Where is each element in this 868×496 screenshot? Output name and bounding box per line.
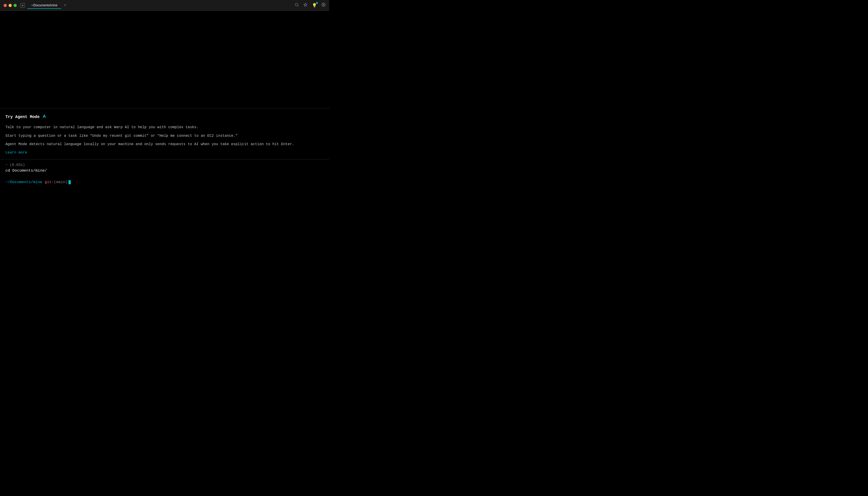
svg-line-1: [298, 5, 298, 6]
active-tab[interactable]: ~/Documents/mine: [27, 2, 61, 9]
cursor-blink: [68, 180, 71, 184]
agent-mode-icon: [42, 114, 47, 120]
command-timing: ~ (0.03s): [5, 163, 324, 167]
command-block: ~ (0.03s) cd Documents/mine/: [0, 159, 329, 176]
terminal-output-area: [0, 11, 329, 108]
agent-description-2: Start typing a question or a task like “…: [5, 133, 324, 139]
agent-mode-panel: Try Agent Mode Talk to your computer in …: [0, 108, 329, 159]
agent-description-1: Talk to your computer in natural languag…: [5, 125, 324, 130]
terminal-main: Try Agent Mode Talk to your computer in …: [0, 11, 329, 189]
learn-more-link[interactable]: Learn more: [5, 151, 27, 155]
svg-marker-2: [304, 3, 307, 6]
close-button[interactable]: [4, 4, 7, 7]
minimize-button[interactable]: [9, 4, 12, 7]
prompt-git-label: git:: [45, 180, 54, 184]
shell-prompt: ~/Documents/mine git: (main): [5, 180, 324, 184]
notification-icon[interactable]: 💡: [312, 3, 317, 8]
tab-title: ~/Documents/mine: [31, 3, 58, 7]
agent-mode-title-row: Try Agent Mode: [5, 114, 324, 120]
svg-point-0: [295, 3, 298, 6]
titlebar: ▣ ~/Documents/mine + 💡: [0, 0, 329, 11]
agent-mode-heading: Try Agent Mode: [5, 114, 40, 119]
agent-description-3: Agent Mode detects natural language loca…: [5, 141, 324, 148]
command-text: cd Documents/mine/: [5, 168, 324, 173]
prompt-separator: [42, 180, 45, 184]
settings-icon[interactable]: [321, 3, 326, 8]
search-icon[interactable]: [295, 3, 299, 8]
warp-logo-icon: ▣: [20, 3, 25, 8]
svg-point-3: [323, 4, 324, 5]
maximize-button[interactable]: [14, 4, 17, 7]
ai-sparkle-icon[interactable]: [303, 3, 307, 8]
prompt-git-branch: (main): [54, 180, 67, 184]
titlebar-actions: 💡: [295, 3, 326, 8]
traffic-lights: [4, 4, 17, 7]
prompt-path: ~/Documents/mine: [5, 180, 42, 184]
new-tab-button[interactable]: +: [62, 2, 68, 9]
input-section[interactable]: ~/Documents/mine git: (main): [0, 176, 329, 189]
